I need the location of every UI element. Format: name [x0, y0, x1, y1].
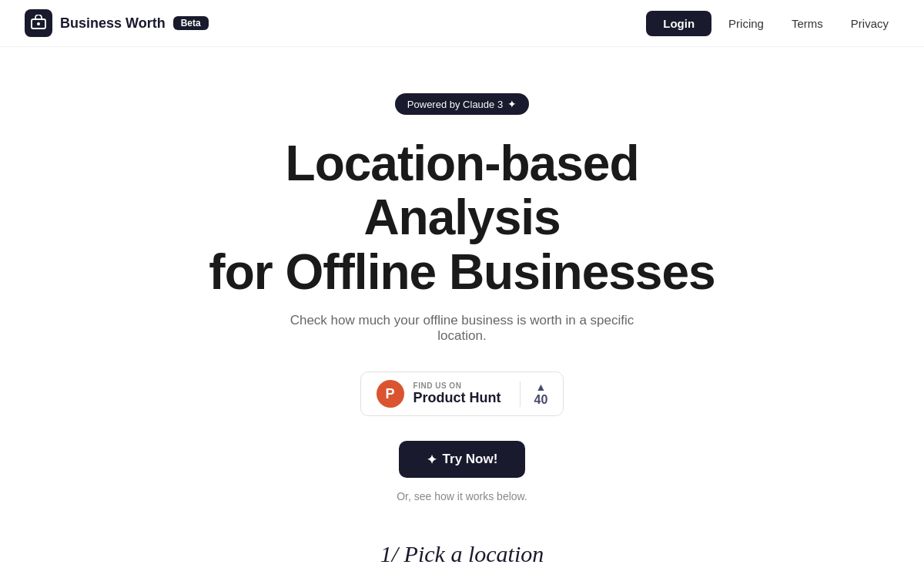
upvote-arrow: ▲ — [536, 381, 547, 392]
product-hunt-text: FIND US ON Product Hunt — [413, 381, 501, 406]
beta-badge: Beta — [173, 16, 209, 30]
product-hunt-badge[interactable]: P FIND US ON Product Hunt ▲ 40 — [360, 371, 564, 416]
svg-point-1 — [37, 22, 40, 25]
try-sparkle-icon: ✦ — [427, 452, 437, 467]
or-text: Or, see how it works below. — [397, 490, 527, 502]
login-button[interactable]: Login — [646, 11, 711, 36]
brand-section: Business Worth Beta — [25, 9, 209, 37]
product-hunt-name: Product Hunt — [413, 390, 501, 406]
try-btn-label: Try Now! — [443, 452, 498, 467]
navbar: Business Worth Beta Login Pricing Terms … — [0, 0, 924, 47]
hero-section: Powered by Claude 3 ✦ Location-based Ana… — [0, 47, 924, 578]
hero-title-line1: Location-based Analysis — [286, 136, 639, 245]
try-now-button[interactable]: ✦ Try Now! — [399, 441, 526, 478]
hero-subtitle: Check how much your offline business is … — [270, 313, 654, 344]
hero-title: Location-based Analysis for Offline Busi… — [192, 136, 732, 299]
pricing-link[interactable]: Pricing — [718, 12, 775, 35]
sparkle-icon: ✦ — [507, 98, 517, 110]
vote-count: 40 — [534, 392, 548, 407]
privacy-link[interactable]: Privacy — [840, 12, 899, 35]
product-hunt-logo: P — [377, 380, 404, 408]
powered-label: Powered by Claude 3 — [407, 99, 503, 110]
terms-link[interactable]: Terms — [781, 12, 834, 35]
product-hunt-votes: ▲ 40 — [520, 381, 548, 407]
powered-badge: Powered by Claude 3 ✦ — [395, 93, 529, 115]
step1-label: 1/ Pick a location — [380, 541, 544, 567]
find-us-label: FIND US ON — [413, 381, 462, 390]
brand-name: Business Worth — [60, 15, 166, 32]
hero-title-line2: for Offline Businesses — [209, 244, 715, 300]
how-it-works-section: 1/ Pick a location — [31, 533, 893, 578]
navbar-links: Login Pricing Terms Privacy — [646, 11, 899, 36]
logo-icon — [25, 9, 52, 37]
